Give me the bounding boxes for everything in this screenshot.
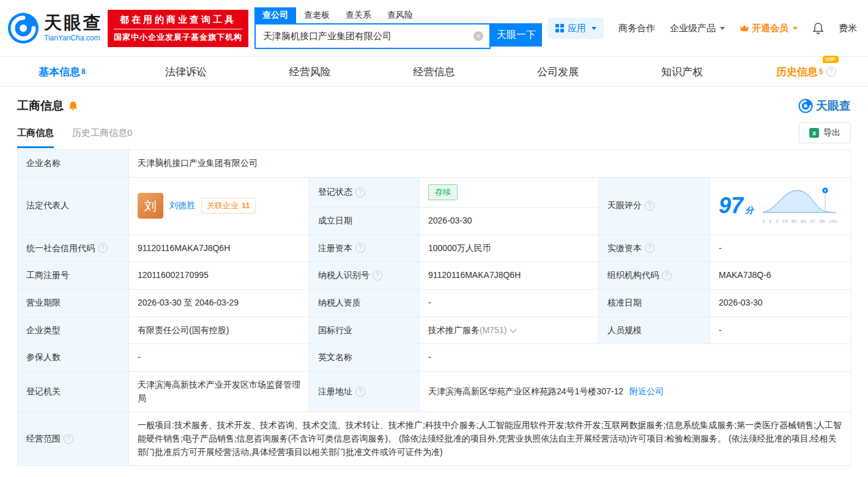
notification-bell-icon[interactable]: [812, 22, 824, 34]
apps-menu[interactable]: 应用: [548, 18, 604, 39]
reg-authority-value: 天津滨海高新技术产业开发区市场监督管理局: [129, 371, 310, 411]
tianyancha-logo[interactable]: 天眼查 TianYanCha.com: [7, 12, 103, 44]
tab-history-info-label: 历史信息: [776, 65, 818, 79]
subtab-history-business-info[interactable]: 历史工商信息0: [72, 127, 132, 148]
tab-legal-proceedings[interactable]: 法律诉讼: [124, 57, 248, 86]
nav-enterprise-products-label: 企业级产品: [670, 23, 716, 34]
score-curve-icon: [762, 186, 837, 213]
approval-date-value: 2026-03-30: [710, 289, 851, 317]
tab-operating-risk-label: 经营风险: [289, 65, 331, 79]
slogan-line2: 国家中小企业发展子基金旗下机构: [114, 32, 242, 43]
nav-open-vip[interactable]: 开通会员: [740, 23, 798, 34]
legal-rep-avatar[interactable]: 刘: [138, 193, 163, 219]
business-term-value: 2026-03-30 至 2046-03-29: [129, 289, 310, 317]
business-scope-value: 一般项目:技术服务、技术开发、技术咨询、技术交流、技术转让、技术推广;科技中介服…: [129, 412, 851, 466]
taxpayer-id-label-cell: 纳税人识别号: [310, 262, 420, 290]
chevron-down-icon[interactable]: [510, 326, 517, 332]
brand-name: 天眼查: [44, 14, 103, 32]
subtab-business-info[interactable]: 工商信息: [17, 127, 54, 148]
search-input[interactable]: [262, 31, 473, 42]
chevron-down-icon: [592, 27, 596, 30]
industry-value: 技术推广服务: [428, 325, 480, 335]
slogan-badge: 都在用的商业查询工具 国家中小企业发展子基金旗下机构: [108, 10, 248, 47]
monitor-bell-icon[interactable]: [69, 101, 78, 111]
help-icon[interactable]: [355, 243, 365, 253]
nearby-companies-link[interactable]: 附近公司: [629, 386, 664, 396]
related-companies-label: 关联企业: [207, 200, 239, 212]
brand-watermark: 天眼查: [798, 98, 851, 114]
subtab-business-info-label: 工商信息: [17, 127, 54, 138]
business-scope-label-cell: 经营范围: [18, 412, 129, 466]
tab-history-info[interactable]: VIP 历史信息 5: [744, 57, 868, 86]
english-name-label: 英文名称: [310, 344, 420, 372]
help-icon[interactable]: [662, 271, 672, 280]
company-name-label: 企业名称: [18, 150, 129, 178]
score-label: 天眼评分: [607, 199, 642, 212]
help-icon[interactable]: [645, 243, 655, 253]
reg-address-label-cell: 注册地址: [310, 371, 420, 411]
clear-icon[interactable]: [473, 31, 483, 41]
chevron-down-icon: [793, 27, 798, 30]
reg-status-value-cell: 存续: [420, 177, 599, 207]
related-companies-badge[interactable]: 关联企业 11: [201, 198, 256, 214]
nav-enterprise-products[interactable]: 企业级产品: [670, 23, 725, 34]
taxpayer-quality-value: -: [420, 289, 599, 317]
help-icon[interactable]: [645, 201, 655, 211]
excel-icon: [809, 128, 819, 138]
table-row: 法定代表人 刘 刘德胜 关联企业 11 登记状态: [18, 177, 851, 207]
establish-date-label: 成立日期: [310, 207, 420, 235]
help-icon[interactable]: [355, 387, 365, 397]
search-tab-company[interactable]: 查公司: [254, 7, 296, 23]
nav-user[interactable]: 费米: [839, 23, 857, 34]
search-tab-relation[interactable]: 查关系: [338, 7, 379, 23]
search-tab-boss[interactable]: 查老板: [296, 7, 338, 23]
tianyancha-watermark-icon: [798, 99, 813, 113]
credit-code-label: 统一社会信用代码: [26, 242, 95, 255]
help-icon[interactable]: [355, 187, 365, 197]
tab-company-development-label: 公司发展: [537, 65, 579, 79]
org-code-value: MAKA7J8Q-6: [710, 262, 851, 290]
search-button[interactable]: 天眼一下: [491, 23, 542, 47]
chevron-down-icon: [720, 27, 725, 30]
reg-capital-label: 注册资本: [318, 242, 352, 255]
business-info-section: 工商信息 天眼查 工商信息 历史工商信息0: [0, 87, 868, 466]
search-tab-risk[interactable]: 查风险: [379, 7, 421, 23]
credit-code-value: 91120116MAKA7J8Q6H: [129, 235, 310, 262]
help-icon[interactable]: [64, 434, 73, 444]
reg-capital-value: 100000万人民币: [420, 235, 599, 262]
help-icon[interactable]: [826, 67, 836, 77]
search-box: [254, 23, 491, 49]
industry-label: 国标行业: [310, 317, 420, 344]
table-row: 统一社会信用代码 91120116MAKA7J8Q6H 注册资本 100000万…: [18, 235, 851, 262]
help-icon[interactable]: [373, 271, 382, 280]
tab-company-development[interactable]: 公司发展: [496, 57, 620, 86]
crown-icon: [740, 24, 749, 32]
tab-operating-info[interactable]: 经营信息: [372, 57, 496, 86]
export-button[interactable]: 导出: [799, 122, 851, 143]
help-icon[interactable]: [98, 243, 108, 253]
export-button-label: 导出: [823, 127, 840, 138]
org-code-label: 组织机构代码: [607, 269, 659, 282]
legal-rep-link[interactable]: 刘德胜: [169, 199, 195, 212]
nav-business-cooperation[interactable]: 商务合作: [618, 23, 655, 34]
tab-basic-info[interactable]: 基本信息 8: [0, 57, 124, 86]
insured-label: 参保人数: [18, 344, 129, 372]
tab-intellectual-property[interactable]: 知识产权: [620, 57, 744, 86]
business-term-label: 营业期限: [18, 289, 129, 317]
reg-number-value: 120116002170995: [129, 262, 310, 290]
score-label-cell: 天眼评分: [599, 177, 710, 235]
tianyancha-logo-icon: [7, 12, 39, 44]
apps-menu-label: 应用: [568, 23, 586, 34]
reg-address-value-cell: 天津滨海高新区华苑产业区梓苑路24号1号楼307-12附近公司: [420, 371, 851, 411]
related-companies-count: 11: [242, 200, 250, 212]
section-header: 工商信息 天眼查: [0, 87, 868, 118]
tab-operating-risk[interactable]: 经营风险: [248, 57, 372, 86]
nav-open-vip-label: 开通会员: [752, 23, 788, 34]
industry-code: (M751): [480, 325, 506, 335]
table-row: 参保人数 - 英文名称 -: [18, 344, 851, 372]
table-row: 营业期限 2026-03-30 至 2046-03-29 纳税人资质 - 核准日…: [18, 289, 851, 317]
reg-address-value: 天津滨海高新区华苑产业区梓苑路24号1号楼307-12: [428, 386, 623, 396]
subtab-history-business-info-label: 历史工商信息: [72, 127, 127, 138]
brand-domain: TianYanCha.com: [44, 34, 103, 42]
tab-intellectual-property-label: 知识产权: [661, 65, 703, 79]
